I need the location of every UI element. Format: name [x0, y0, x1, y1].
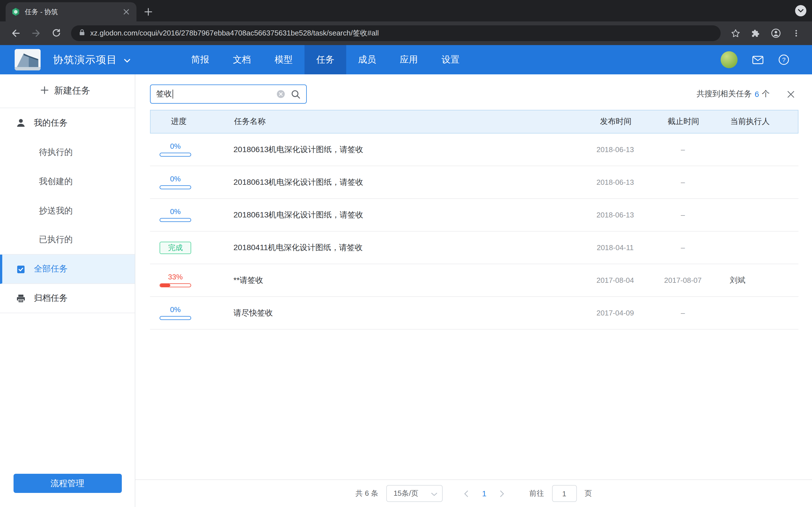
task-progress: 0%: [150, 175, 229, 189]
next-page-icon[interactable]: [495, 487, 509, 500]
table-row[interactable]: 0% 20180613机电深化设计图纸，请签收 2018-06-13 –: [150, 166, 799, 199]
tab-title: 任务 - 协筑: [25, 7, 117, 17]
status-badge: 完成: [160, 241, 191, 254]
new-task-button[interactable]: 新建任务: [0, 74, 135, 108]
person-icon: [16, 118, 26, 128]
nav-item-models[interactable]: 模型: [263, 45, 305, 74]
task-progress: 完成: [150, 241, 229, 254]
bookmark-star-icon[interactable]: [727, 25, 744, 42]
site-favicon-icon: [11, 7, 20, 16]
task-deadline: –: [658, 145, 708, 154]
project-logo[interactable]: [15, 49, 41, 70]
task-name[interactable]: 请尽快签收: [229, 308, 573, 318]
search-icon[interactable]: [291, 89, 301, 99]
sidebar-item-created-by-me[interactable]: 我创建的: [0, 167, 135, 196]
header-publish-date: 发布时间: [573, 117, 658, 127]
help-icon[interactable]: ?: [778, 54, 790, 65]
forward-icon[interactable]: [28, 25, 45, 42]
task-name[interactable]: 20180411机电深化设计图纸，请签收: [229, 242, 573, 252]
nav-item-tasks[interactable]: 任务: [305, 45, 346, 74]
task-publish-date: 2018-04-11: [573, 243, 658, 252]
address-bar[interactable]: xz.glodon.com/coqui/v2016/278b7967ebba47…: [71, 25, 721, 41]
table-row[interactable]: 完成 20180411机电深化设计图纸，请签收 2018-04-11 –: [150, 231, 799, 264]
browser-tab[interactable]: 任务 - 协筑: [6, 2, 137, 21]
sidebar-item-archived-tasks[interactable]: 归档任务: [0, 284, 135, 313]
browser-profile-icon[interactable]: [767, 25, 784, 42]
nav-item-settings[interactable]: 设置: [430, 45, 471, 74]
task-publish-date: 2018-06-13: [573, 145, 658, 154]
new-tab-button[interactable]: [141, 4, 156, 19]
text-caret: [172, 90, 173, 99]
sidebar-item-executed[interactable]: 已执行的: [0, 225, 135, 255]
task-deadline: –: [658, 243, 708, 252]
task-publish-date: 2017-08-04: [573, 276, 658, 284]
header-task-name: 任务名称: [230, 117, 573, 127]
browser-menu-kebab-icon[interactable]: [788, 25, 805, 42]
page-unit: 页: [585, 489, 592, 499]
task-deadline: –: [658, 309, 708, 317]
progress-bar: [160, 185, 191, 189]
sidebar-item-all-tasks[interactable]: 全部任务: [0, 255, 135, 284]
task-name[interactable]: 20180613机电深化设计图纸，请签收: [229, 177, 573, 187]
app-body: 新建任务 我的任务 待执行的 我创建的 抄送我的 已执行的 全部任务: [0, 74, 812, 507]
current-page[interactable]: 1: [481, 489, 488, 498]
progress-bar: [160, 153, 191, 157]
nav-item-briefing[interactable]: 简报: [179, 45, 221, 74]
table-header: 进度 任务名称 发布时间 截止时间 当前执行人: [150, 110, 799, 133]
search-row: 签收 共搜到相关任务 6 个: [150, 84, 799, 104]
sidebar-item-cc-to-me[interactable]: 抄送我的: [0, 196, 135, 225]
task-name[interactable]: **请签收: [229, 275, 573, 285]
app-header: 协筑演示项目 简报 文档 模型 任务 成员 应用 设置 ?: [0, 45, 812, 74]
extensions-puzzle-icon[interactable]: [747, 25, 764, 42]
sidebar-item-my-tasks[interactable]: 我的任务: [0, 108, 135, 137]
task-publish-date: 2018-06-13: [573, 178, 658, 186]
nav-item-documents[interactable]: 文档: [221, 45, 263, 74]
archive-icon: [16, 293, 26, 303]
url-text: xz.glodon.com/coqui/v2016/278b7967ebba47…: [90, 28, 378, 38]
task-table: 进度 任务名称 发布时间 截止时间 当前执行人 0% 20180613机电深化设…: [150, 110, 799, 330]
tab-search-button[interactable]: [795, 5, 806, 16]
close-search-icon[interactable]: [786, 90, 795, 98]
search-value: 签收: [156, 89, 172, 99]
task-name[interactable]: 20180613机电深化设计图纸，请签收: [229, 210, 573, 220]
task-name[interactable]: 20180613机电深化设计图纸，请签收: [229, 145, 573, 155]
messages-envelope-icon[interactable]: [752, 55, 763, 64]
goto-page-input[interactable]: [552, 485, 576, 502]
sidebar-item-pending[interactable]: 待执行的: [0, 137, 135, 167]
svg-text:?: ?: [782, 56, 785, 63]
header-progress: 进度: [151, 117, 230, 127]
header-deadline: 截止时间: [658, 117, 709, 127]
page-size-select[interactable]: 15条/页: [386, 485, 443, 502]
user-avatar[interactable]: [721, 51, 738, 68]
search-result-summary: 共搜到相关任务 6 个: [696, 89, 770, 99]
tab-close-icon[interactable]: [122, 7, 131, 16]
screen: 任务 - 协筑 xz.glodon.com/coqui/v2016/278b79…: [0, 0, 812, 507]
table-row[interactable]: 0% 20180613机电深化设计图纸，请签收 2018-06-13 –: [150, 133, 799, 166]
task-progress: 0%: [150, 306, 229, 320]
goto-label: 前往: [529, 489, 544, 499]
search-input[interactable]: 签收: [150, 84, 307, 104]
table-row[interactable]: 33% **请签收 2017-08-04 2017-08-07 刘斌: [150, 264, 799, 297]
clear-search-icon[interactable]: [276, 90, 285, 99]
page-size-value: 15条/页: [394, 489, 418, 499]
task-deadline: 2017-08-07: [658, 276, 708, 284]
project-switcher[interactable]: 协筑演示项目: [53, 53, 131, 66]
pagination-bar: 共 6 条 15条/页 1 前往 页: [135, 480, 812, 507]
browser-tabstrip: 任务 - 协筑: [0, 0, 812, 21]
header-executor: 当前执行人: [709, 117, 798, 127]
progress-bar: [160, 218, 191, 222]
process-management-button[interactable]: 流程管理: [13, 474, 121, 493]
task-publish-date: 2017-04-09: [573, 309, 658, 317]
nav-item-members[interactable]: 成员: [346, 45, 388, 74]
table-row[interactable]: 0% 请尽快签收 2017-04-09 –: [150, 297, 799, 330]
chevron-down-icon: [123, 54, 131, 66]
task-progress: 33%: [150, 273, 229, 287]
back-icon[interactable]: [7, 25, 24, 42]
nav-item-apps[interactable]: 应用: [388, 45, 430, 74]
main-content: 签收 共搜到相关任务 6 个: [135, 74, 812, 507]
prev-page-icon[interactable]: [460, 487, 473, 500]
task-progress: 0%: [150, 208, 229, 222]
table-row[interactable]: 0% 20180613机电深化设计图纸，请签收 2018-06-13 –: [150, 199, 799, 231]
chevron-down-icon: [431, 489, 438, 498]
reload-icon[interactable]: [48, 25, 65, 42]
